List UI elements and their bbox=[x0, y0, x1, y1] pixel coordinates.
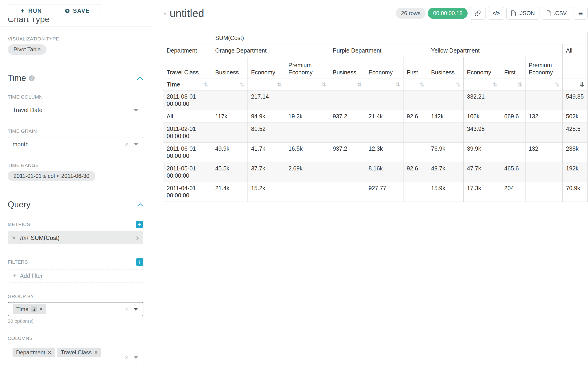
metric-chip[interactable]: × ƒ(x) SUM(Cost) › bbox=[8, 231, 143, 244]
pivot-cell bbox=[329, 162, 365, 182]
pivot-class-header: Economy bbox=[365, 57, 403, 79]
pivot-time-sort-cell[interactable]: Time⇅ bbox=[163, 79, 212, 90]
explore-app: RUN SAVE Chart Type VISUALIZATION TYPE P… bbox=[0, 0, 588, 372]
groupby-chip[interactable]: Timei× bbox=[13, 304, 46, 314]
info-icon: i bbox=[31, 307, 37, 312]
columns-chip[interactable]: Department× bbox=[12, 348, 55, 357]
file-icon bbox=[511, 11, 516, 16]
pivot-class-header: Premium Economy bbox=[525, 57, 563, 79]
sort-icon[interactable]: ⇅ bbox=[321, 82, 326, 87]
add-filter-button[interactable]: + Add filter bbox=[8, 269, 143, 283]
chart-menu-button[interactable]: ≡ bbox=[574, 7, 588, 20]
pivot-col-sort-cell[interactable]: ⇅ bbox=[248, 79, 285, 90]
time-range-label: TIME RANGE bbox=[8, 162, 143, 168]
code-icon: </> bbox=[493, 10, 499, 17]
sort-icon[interactable]: ⇅ bbox=[493, 82, 498, 87]
columns-select[interactable]: Department×Travel Class× × bbox=[8, 344, 143, 371]
pivot-cell: 41.7k bbox=[248, 142, 285, 162]
pivot-row-key: All bbox=[163, 110, 212, 123]
filters-label-row: FILTERS + bbox=[8, 258, 143, 266]
sort-icon[interactable]: ⇅ bbox=[395, 82, 400, 87]
pivot-col-sort-cell[interactable]: ⇅ bbox=[464, 79, 501, 90]
chevron-down-icon bbox=[134, 356, 138, 359]
pivot-group-header: Orange Department bbox=[212, 44, 329, 57]
query-timer-badge: 00:00:00.18 bbox=[428, 8, 468, 19]
pivot-col-sort-cell[interactable]: ⇅ bbox=[501, 79, 525, 90]
time-grain-select[interactable]: month × bbox=[8, 137, 143, 151]
query-collapse-button[interactable] bbox=[137, 203, 143, 207]
clear-icon[interactable]: × bbox=[125, 354, 129, 361]
metrics-label-row: METRICS + bbox=[8, 221, 143, 228]
add-filter-plus-button[interactable]: + bbox=[136, 258, 143, 266]
run-button[interactable]: RUN bbox=[8, 4, 54, 17]
pivot-cell: 70.9k bbox=[563, 182, 588, 202]
pivot-col-sort-cell[interactable]: ⇅ bbox=[428, 79, 463, 90]
pivot-cell bbox=[403, 142, 428, 162]
pivot-cell: 37.7k bbox=[248, 162, 285, 182]
pivot-col-sort-cell[interactable]: ⇅ bbox=[365, 79, 403, 90]
pivot-col-sort-cell[interactable]: ⇅ bbox=[212, 79, 248, 90]
share-link-button[interactable] bbox=[470, 7, 485, 20]
pivot-cell: 238k bbox=[563, 142, 588, 162]
group-by-chips: Timei× bbox=[13, 304, 46, 314]
pivot-col-sort-cell[interactable]: ⇅ bbox=[285, 79, 329, 90]
clear-icon[interactable]: × bbox=[124, 306, 128, 312]
pivot-cell bbox=[501, 142, 525, 162]
pivot-row: All117k94.9k19.2k937.221.4k92.6142k106k6… bbox=[163, 110, 588, 123]
pivot-group-header: Yellow Department bbox=[428, 44, 562, 57]
pivot-cell: 937.2 bbox=[329, 142, 365, 162]
sort-icon-active[interactable]: ⇊ bbox=[579, 82, 584, 87]
pivot-cell bbox=[212, 90, 248, 110]
pivot-cell: 17.3k bbox=[464, 182, 501, 202]
sort-icon[interactable]: ⇅ bbox=[420, 82, 424, 87]
link-icon bbox=[475, 10, 481, 17]
time-range-pill[interactable]: 2011-01-01 ≤ col < 2011-06-30 bbox=[8, 171, 95, 181]
run-save-button-group: RUN SAVE bbox=[8, 4, 143, 17]
remove-icon[interactable]: × bbox=[94, 350, 97, 355]
pivot-cell: 132 bbox=[525, 110, 563, 123]
remove-metric-icon[interactable]: × bbox=[12, 234, 16, 241]
save-button[interactable]: SAVE bbox=[54, 4, 100, 17]
remove-icon[interactable]: × bbox=[40, 307, 42, 312]
visualization-type-pill[interactable]: Pivot Table bbox=[8, 44, 46, 55]
groupby-chip-label: Time bbox=[16, 306, 28, 312]
pivot-cell: 12.3k bbox=[365, 142, 403, 162]
pivot-cell bbox=[329, 182, 365, 202]
pivot-cell: 425.5 bbox=[563, 123, 588, 142]
sort-icon[interactable]: ⇅ bbox=[204, 82, 209, 87]
add-metric-button[interactable]: + bbox=[136, 221, 143, 228]
pivot-all-sort-cell[interactable]: ⇊ bbox=[563, 79, 588, 90]
sort-icon[interactable]: ⇅ bbox=[240, 82, 244, 87]
function-icon: ƒ(x) bbox=[20, 235, 28, 241]
pivot-metric-header: SUM(Cost) bbox=[212, 32, 587, 44]
pivot-cell: 49.9k bbox=[212, 142, 248, 162]
export-json-button[interactable]: .JSON bbox=[506, 7, 539, 20]
pivot-col-sort-cell[interactable]: ⇅ bbox=[403, 79, 428, 90]
sort-icon[interactable]: ⇅ bbox=[555, 82, 559, 87]
group-by-select[interactable]: Timei× × bbox=[8, 302, 143, 316]
time-collapse-button[interactable] bbox=[137, 76, 143, 80]
export-csv-button[interactable]: .CSV bbox=[542, 7, 571, 20]
menu-icon: ≡ bbox=[578, 9, 583, 17]
sort-icon[interactable]: ⇅ bbox=[517, 82, 522, 87]
pivot-class-header: First bbox=[403, 57, 428, 79]
chevron-up-icon bbox=[137, 76, 143, 80]
pivot-row: 2011-06-01 00:00:0049.9k41.7k16.5k937.21… bbox=[163, 142, 588, 162]
sort-icon[interactable]: ⇅ bbox=[277, 82, 282, 87]
clear-icon[interactable]: × bbox=[125, 141, 129, 148]
chart-header: - untitled 26 rows 00:00:00.18 </> .JSON… bbox=[163, 7, 588, 20]
pivot-col-sort-cell[interactable]: ⇅ bbox=[329, 79, 365, 90]
pivot-cell bbox=[365, 90, 403, 110]
file-icon bbox=[546, 11, 551, 16]
time-column-select[interactable]: Travel Date bbox=[8, 103, 143, 117]
pivot-cell: 142k bbox=[428, 110, 463, 123]
pivot-col-sort-cell[interactable]: ⇅ bbox=[525, 79, 563, 90]
chevron-up-icon bbox=[137, 203, 143, 207]
columns-chip[interactable]: Travel Class× bbox=[57, 348, 101, 357]
sort-icon[interactable]: ⇅ bbox=[357, 82, 362, 87]
view-query-button[interactable]: </> bbox=[488, 7, 504, 20]
pivot-cell bbox=[285, 90, 329, 110]
sort-icon[interactable]: ⇅ bbox=[455, 82, 460, 87]
remove-icon[interactable]: × bbox=[48, 350, 51, 355]
pivot-class-header: Economy bbox=[464, 57, 501, 79]
